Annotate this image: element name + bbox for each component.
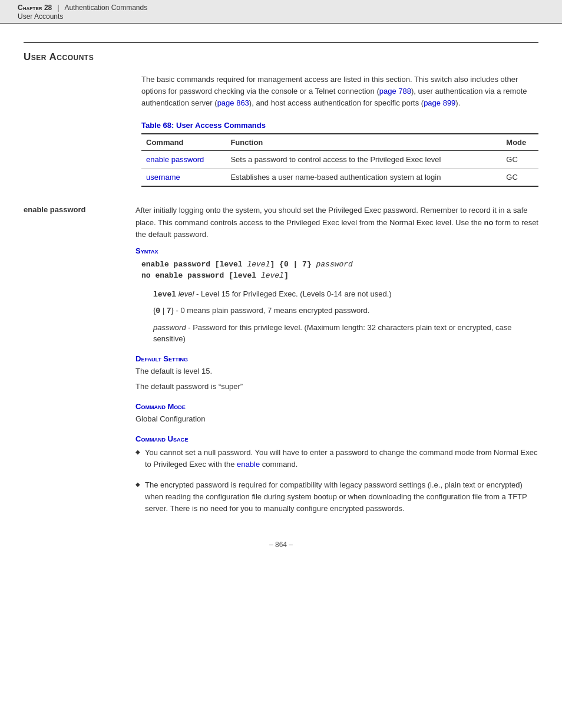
usage1-text: You cannot set a null password. You will… [145, 447, 538, 470]
enable-password-entry: enable password After initially logging … [24, 205, 538, 523]
syntax-line2: no enable password [level level] [141, 271, 538, 280]
enable-password-body: After initially logging onto the system,… [135, 205, 538, 523]
enable-password-description: After initially logging onto the system,… [135, 205, 538, 240]
page863-link[interactable]: page 863 [217, 98, 249, 107]
table-cell-mode: GC [501, 169, 538, 187]
desc-start: After initially logging onto the system,… [135, 206, 528, 226]
enable-password-label: enable password [24, 205, 135, 523]
table-cell-command[interactable]: enable password [141, 151, 226, 169]
chapter-title: Authentication Commands [64, 4, 147, 12]
page-number: – 864 – [269, 541, 293, 549]
param-password: password - Password for this privilege l… [153, 322, 538, 345]
table-row: enable passwordSets a password to contro… [141, 151, 538, 169]
chapter-number: 28 [44, 4, 52, 12]
page-footer: – 864 – [24, 541, 538, 549]
page788-link[interactable]: page 788 [379, 87, 411, 95]
col-function: Function [226, 134, 501, 151]
sl1-start: enable password [level level] {0 | 7} pa… [141, 260, 353, 269]
usage2-text: The encrypted password is required for c… [145, 479, 538, 515]
col-command: Command [141, 134, 226, 151]
sl2-start: no enable password [level level] [141, 271, 289, 280]
default-line1: The default is level 15. [135, 365, 538, 377]
command-mode-heading: Command Mode [135, 402, 538, 411]
page-header: Chapter 28 | Authentication Commands Use… [0, 0, 562, 24]
syntax-heading: Syntax [135, 246, 538, 255]
table-cell-function: Sets a password to control access to the… [226, 151, 501, 169]
main-content: User Accounts The basic commands require… [0, 24, 562, 572]
intro-text-end: ). [455, 98, 460, 107]
chapter-line: Chapter 28 | Authentication Commands [18, 4, 544, 12]
section-title-block: User Accounts [24, 42, 538, 63]
col-mode: Mode [501, 134, 538, 151]
syntax-block: enable password [level level] {0 | 7} pa… [135, 260, 538, 280]
enable-link[interactable]: enable [237, 460, 260, 469]
table-cell-function: Establishes a user name-based authentica… [226, 169, 501, 187]
param-level: level level - Level 15 for Privileged Ex… [153, 288, 538, 301]
syntax-line1: enable password [level level] {0 | 7} pa… [141, 260, 538, 269]
user-access-commands-table: Command Function Mode enable passwordSet… [141, 133, 538, 187]
chapter-label: Chapter 28 [18, 4, 54, 12]
header-sub-line: User Accounts [18, 12, 544, 21]
table-cell-mode: GC [501, 151, 538, 169]
usage-item-1: You cannot set a null password. You will… [135, 447, 538, 470]
page899-link[interactable]: page 899 [424, 98, 455, 107]
command-mode-text: Global Configuration [135, 413, 538, 425]
section-title: User Accounts [24, 51, 94, 62]
default-line2: The default password is “super” [135, 381, 538, 393]
usage-item-2: The encrypted password is required for c… [135, 479, 538, 515]
table-row: usernameEstablishes a user name-based au… [141, 169, 538, 187]
header-separator: | [58, 4, 59, 12]
desc-bold: no [484, 218, 494, 227]
param-07: {0 | 7} - 0 means plain password, 7 mean… [153, 305, 538, 317]
table-container: Table 68: User Access Commands Command F… [141, 121, 538, 187]
table-title: Table 68: User Access Commands [141, 121, 538, 130]
default-setting-heading: Default Setting [135, 354, 538, 363]
intro-paragraph: The basic commands required for manageme… [141, 74, 538, 109]
chapter-label-text: Chapter [18, 4, 42, 12]
table-cell-command[interactable]: username [141, 169, 226, 187]
command-usage-heading: Command Usage [135, 434, 538, 443]
usage-list: You cannot set a null password. You will… [135, 447, 538, 515]
intro-text-mid2: ), and host access authentication for sp… [249, 98, 424, 107]
